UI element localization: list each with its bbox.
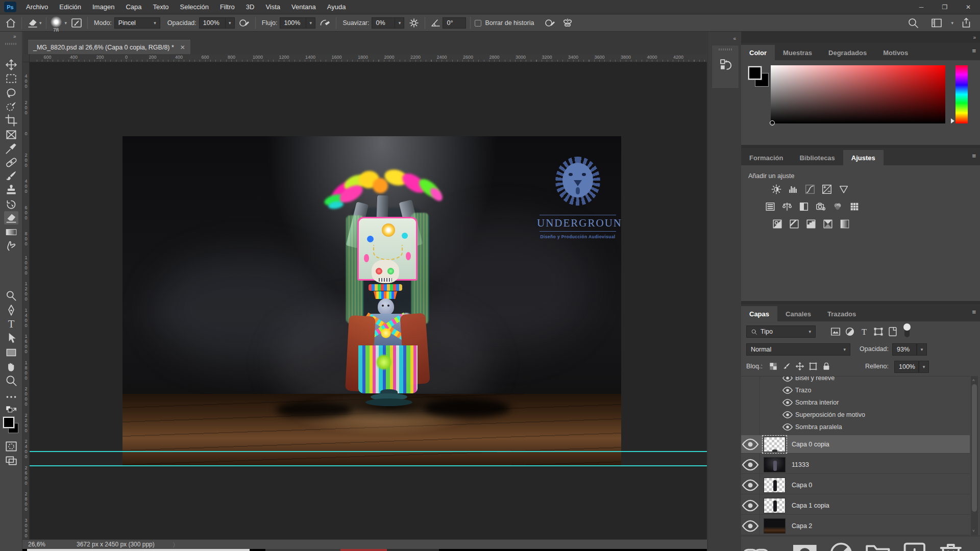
horizontal-ruler[interactable]: 6004002000200400600800100012001400160018… bbox=[30, 54, 707, 62]
layer-name[interactable]: Capa 0 bbox=[792, 482, 812, 489]
filter-adjustment-icon[interactable] bbox=[843, 326, 856, 337]
lock-artboard-icon[interactable] bbox=[807, 361, 819, 371]
flow-field[interactable]: 100% bbox=[280, 17, 306, 29]
lock-position-icon[interactable] bbox=[794, 361, 805, 371]
lock-pixels-icon[interactable] bbox=[781, 361, 792, 371]
layers-scrollbar[interactable]: ˄ ˅ bbox=[971, 376, 978, 535]
workspace-chevron[interactable]: ▾ bbox=[951, 20, 953, 26]
document-info[interactable]: 3672 px x 2450 px (300 ppp) bbox=[77, 541, 155, 548]
flow-chevron[interactable]: ▾ bbox=[306, 17, 315, 29]
zoom-level-field[interactable]: 26,6% bbox=[28, 541, 45, 548]
new-group-icon[interactable] bbox=[863, 539, 893, 551]
menu-item-vista[interactable]: Vista bbox=[260, 0, 286, 14]
brush-chevron-icon[interactable]: ▾ bbox=[65, 20, 67, 26]
menu-item-3d[interactable]: 3D bbox=[240, 0, 260, 14]
share-icon[interactable] bbox=[960, 17, 973, 29]
clone-stamp-tool-icon[interactable] bbox=[4, 184, 18, 197]
layer-row-capa-0-copia[interactable]: Capa 0 copia bbox=[741, 435, 970, 454]
add-mask-icon[interactable] bbox=[790, 539, 820, 551]
smoothing-gear-icon[interactable] bbox=[407, 17, 421, 29]
opacity-field[interactable]: 100% bbox=[199, 17, 226, 29]
layer-thumbnail[interactable] bbox=[764, 437, 786, 452]
brush-settings-panel-icon[interactable] bbox=[70, 17, 83, 29]
path-selection-tool-icon[interactable] bbox=[4, 332, 18, 345]
move-tool-icon[interactable] bbox=[4, 58, 18, 71]
type-tool-icon[interactable]: T bbox=[4, 317, 18, 331]
layer-name[interactable]: Capa 2 bbox=[792, 522, 812, 530]
layer-thumbnail[interactable] bbox=[764, 518, 786, 534]
scroll-down-icon[interactable]: ˅ bbox=[972, 529, 975, 533]
tab-canales[interactable]: Canales bbox=[777, 306, 819, 321]
foreground-color-swatch[interactable] bbox=[748, 66, 762, 80]
layer-thumbnail[interactable] bbox=[764, 457, 786, 472]
foreground-color-swatch[interactable] bbox=[3, 417, 14, 428]
tool-preset-eraser-icon[interactable] bbox=[26, 17, 39, 29]
blend-mode-select[interactable]: Normal▾ bbox=[746, 343, 850, 356]
pressure-opacity-icon[interactable] bbox=[238, 17, 251, 29]
hue-slider[interactable] bbox=[955, 65, 968, 123]
layer-row-capa-0[interactable]: Capa 0 bbox=[741, 476, 970, 494]
eye-icon[interactable] bbox=[782, 376, 793, 384]
layers-panel-menu-icon[interactable]: ≡ bbox=[972, 308, 976, 316]
eye-icon[interactable] bbox=[741, 496, 760, 515]
symmetry-icon[interactable] bbox=[561, 17, 574, 29]
eye-icon[interactable] bbox=[782, 385, 793, 396]
threshold-adjustment-icon[interactable] bbox=[804, 218, 818, 230]
default-swap-colors-icon[interactable] bbox=[4, 405, 18, 418]
eye-icon[interactable] bbox=[741, 517, 760, 535]
lock-transparency-icon[interactable] bbox=[768, 361, 779, 371]
filter-type-icon[interactable]: T bbox=[857, 326, 871, 337]
posterize-adjustment-icon[interactable] bbox=[788, 218, 801, 230]
hue-slider-marker[interactable] bbox=[951, 118, 954, 123]
vertical-ruler[interactable]: 6004002000200400600800100012001400160018… bbox=[22, 62, 30, 539]
exposure-adjustment-icon[interactable] bbox=[820, 184, 834, 195]
layer-name[interactable]: Capa 1 copia bbox=[792, 502, 829, 509]
tab-degradados[interactable]: Degradados bbox=[820, 45, 875, 60]
dock-collapse-icon[interactable]: » bbox=[973, 35, 976, 40]
layer-effect-row[interactable]: Bisel y relieve bbox=[741, 376, 970, 384]
brush-size-picker[interactable]: 78 bbox=[51, 16, 62, 33]
home-icon[interactable] bbox=[4, 17, 17, 29]
close-button[interactable]: ✕ bbox=[957, 0, 980, 14]
guide-line[interactable] bbox=[30, 465, 707, 466]
spot-healing-tool-icon[interactable] bbox=[4, 156, 18, 169]
selective-color-adjustment-icon[interactable] bbox=[838, 218, 851, 230]
layer-effect-row[interactable]: Sombra interior bbox=[741, 396, 970, 409]
object-selection-tool-icon[interactable] bbox=[4, 100, 18, 113]
dodge-tool-icon[interactable] bbox=[4, 289, 18, 303]
search-icon[interactable] bbox=[906, 17, 920, 29]
rectangle-tool-icon[interactable] bbox=[4, 346, 18, 359]
color-lookup-adjustment-icon[interactable] bbox=[848, 201, 861, 212]
gradient-map-adjustment-icon[interactable] bbox=[821, 218, 835, 230]
layer-thumbnail[interactable] bbox=[764, 498, 786, 513]
screen-mode-icon[interactable] bbox=[4, 454, 18, 467]
invert-adjustment-icon[interactable] bbox=[771, 218, 784, 230]
eye-icon[interactable] bbox=[741, 476, 760, 494]
guide-line[interactable] bbox=[30, 451, 707, 452]
layer-fill-chevron[interactable]: ▾ bbox=[919, 361, 929, 373]
zoom-tool-icon[interactable] bbox=[4, 374, 18, 387]
new-adjustment-icon[interactable] bbox=[826, 539, 856, 551]
layer-row-capa-1-copia[interactable]: Capa 1 copia bbox=[741, 496, 970, 515]
ruler-corner[interactable] bbox=[22, 54, 30, 62]
menu-item-capa[interactable]: Capa bbox=[120, 0, 147, 14]
filter-smart-object-icon[interactable] bbox=[886, 326, 899, 337]
pen-pressure-icon[interactable] bbox=[544, 17, 557, 29]
tab-bibliotecas[interactable]: Bibliotecas bbox=[791, 150, 843, 165]
history-brush-tool-icon[interactable] bbox=[4, 197, 18, 211]
opacity-chevron[interactable]: ▾ bbox=[226, 17, 235, 29]
menu-item-seleccion[interactable]: Selección bbox=[175, 0, 214, 14]
layer-row-capa-2[interactable]: Capa 2 bbox=[741, 517, 970, 535]
menu-item-ventana[interactable]: Ventana bbox=[286, 0, 322, 14]
angle-field[interactable]: 0° bbox=[443, 17, 466, 29]
menu-item-texto[interactable]: Texto bbox=[147, 0, 174, 14]
eye-icon[interactable] bbox=[782, 409, 793, 420]
filter-image-icon[interactable] bbox=[829, 326, 842, 337]
lasso-tool-icon[interactable] bbox=[4, 86, 18, 99]
airbrush-icon[interactable] bbox=[318, 17, 332, 29]
tab-motivos[interactable]: Motivos bbox=[875, 45, 916, 60]
toolbar-edit-ellipsis-icon[interactable] bbox=[4, 390, 18, 404]
adjustments-panel-menu-icon[interactable]: ≡ bbox=[972, 152, 976, 160]
filter-toggle-pill[interactable] bbox=[903, 323, 911, 338]
tab-muestras[interactable]: Muestras bbox=[775, 45, 820, 60]
